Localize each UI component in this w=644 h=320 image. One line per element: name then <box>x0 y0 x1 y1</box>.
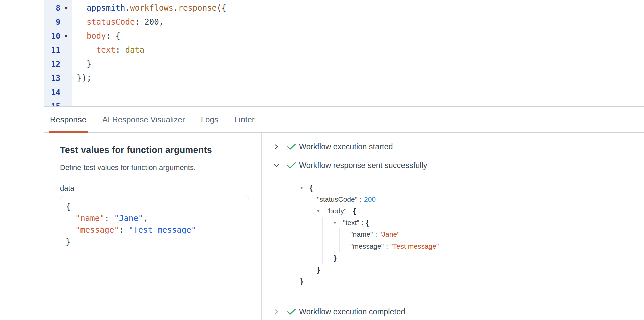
code-token <box>66 225 75 235</box>
panel-subtitle: Define test values for function argument… <box>60 163 261 172</box>
line-number: 8 <box>56 4 60 12</box>
tab-label: AI Response Visualizer <box>102 115 185 124</box>
code-token: , <box>143 214 148 223</box>
tree-level-3: "name" : "Jane" "message" : "Test messag… <box>339 228 644 252</box>
bottom-pane-tabbar: Response AI Response Visualizer Logs Lin… <box>44 107 644 133</box>
code-token: appsmith <box>87 3 125 13</box>
line-number: 12 <box>51 60 60 68</box>
chevron-down-icon[interactable] <box>274 163 282 168</box>
json-key: "text" <box>343 219 359 227</box>
main-shell: 8 ▾ 9 10 ▾ 11 12 <box>44 0 644 320</box>
caret-down-icon[interactable]: ▾ <box>317 208 323 214</box>
code-token: . <box>125 3 130 13</box>
tree-row-statuscode: "statusCode" : 200 <box>317 193 644 205</box>
tab-linter[interactable]: Linter <box>233 107 256 132</box>
code-editor[interactable]: 8 ▾ 9 10 ▾ 11 12 <box>44 0 644 107</box>
brace-close: } <box>317 265 320 274</box>
tree-row-root-close: } <box>300 275 644 287</box>
response-json-tree: ▾ { "statusCode" : 200 ▾ "body" : <box>300 182 644 287</box>
code-token: "message" <box>75 225 119 235</box>
caret-down-icon[interactable]: ▾ <box>300 185 306 191</box>
json-colon: : <box>386 242 388 250</box>
json-number-value: 200 <box>364 195 376 203</box>
tree-row-text-close: } <box>334 252 644 264</box>
tab-ai-response-visualizer[interactable]: AI Response Visualizer <box>101 107 186 132</box>
json-colon: : <box>362 219 364 227</box>
code-token: body <box>87 31 106 41</box>
field-code-line: "name": "Jane", <box>66 213 243 224</box>
line-number: 11 <box>51 46 60 54</box>
code-token: : <box>119 225 129 235</box>
json-key: "statusCode" <box>317 195 357 203</box>
event-row-execution-completed[interactable]: Workflow execution completed <box>274 305 644 318</box>
code-token: . <box>173 3 178 13</box>
check-icon <box>287 308 299 315</box>
code-token: workflows <box>130 3 173 13</box>
tree-row-text: ▾ "text" : { <box>334 217 644 228</box>
fold-slot: ▾ <box>60 33 72 39</box>
code-line[interactable]: statusCode: 200, <box>77 15 644 29</box>
tree-level-2: ▾ "text" : { "name" : "Jane" <box>322 217 644 264</box>
code-token: : <box>135 17 144 27</box>
gutter-row: 14 <box>44 85 72 99</box>
event-label: Workflow response sent successfully <box>299 161 427 170</box>
data-field-label: data <box>60 184 261 193</box>
workflow-editor-page: 8 ▾ 9 10 ▾ 11 12 <box>0 0 644 320</box>
event-row-response-sent[interactable]: Workflow response sent successfully <box>274 159 644 172</box>
code-token: text <box>96 45 116 55</box>
tab-response[interactable]: Response <box>49 107 88 132</box>
tree-row-message: "message" : "Test message" <box>350 240 644 252</box>
field-code-line: { <box>66 201 243 213</box>
gutter-row: 9 <box>44 15 72 29</box>
code-token: : <box>105 214 114 223</box>
gutter-row: 10 ▾ <box>44 29 72 43</box>
execution-log-panel: Workflow execution started Workflow resp… <box>262 133 644 320</box>
gutter-row: 15 <box>44 99 72 107</box>
editor-gutter: 8 ▾ 9 10 ▾ 11 12 <box>44 0 72 106</box>
fold-slot: ▾ <box>60 5 72 11</box>
data-field-input[interactable]: { "name": "Jane", "message": "Test messa… <box>60 196 249 320</box>
event-row-execution-started[interactable]: Workflow execution started <box>274 140 644 153</box>
code-line[interactable]: }); <box>77 71 644 85</box>
gutter-row: 12 <box>44 57 72 71</box>
tree-level-1: "statusCode" : 200 ▾ "body" : { ▾ <box>306 193 644 275</box>
code-token <box>77 45 96 55</box>
code-token: "Test message" <box>129 225 196 235</box>
code-token <box>77 3 87 13</box>
response-pane: Test values for function arguments Defin… <box>44 133 644 320</box>
code-token: }); <box>77 73 91 83</box>
fold-caret-icon[interactable]: ▾ <box>65 5 67 11</box>
code-token: } <box>66 237 70 247</box>
code-token <box>77 31 87 41</box>
code-token: , <box>159 17 164 27</box>
code-line[interactable]: appsmith.workflows.response({ <box>77 1 644 15</box>
json-key: "name" <box>350 230 373 238</box>
line-number: 13 <box>51 74 60 83</box>
json-string-value: "Jane" <box>379 230 399 238</box>
brace-close: } <box>300 277 303 286</box>
code-line[interactable]: body: { <box>77 29 644 43</box>
event-label: Workflow execution completed <box>299 307 405 316</box>
line-number: 9 <box>56 18 60 26</box>
panel-title: Test values for function arguments <box>60 145 261 155</box>
gutter-row: 13 <box>44 71 72 85</box>
code-line[interactable] <box>77 99 644 107</box>
caret-down-icon[interactable]: ▾ <box>334 220 340 226</box>
chevron-right-icon[interactable] <box>274 309 282 315</box>
code-area[interactable]: appsmith.workflows.response({ statusCode… <box>72 0 644 106</box>
json-key: "message" <box>350 242 384 250</box>
fold-caret-icon[interactable]: ▾ <box>65 33 67 39</box>
code-token: "Jane" <box>114 214 143 223</box>
gutter-row: 8 ▾ <box>44 1 72 15</box>
code-line[interactable] <box>77 85 644 99</box>
code-token: : { <box>106 31 120 41</box>
tree-row-body-close: } <box>317 264 644 275</box>
check-icon <box>287 162 299 169</box>
code-token <box>66 214 75 223</box>
code-line[interactable]: } <box>77 57 644 71</box>
chevron-right-icon[interactable] <box>274 144 282 150</box>
code-line[interactable]: text: data <box>77 43 644 57</box>
brace-open: { <box>310 183 313 192</box>
tab-logs[interactable]: Logs <box>200 107 220 132</box>
brace-close: } <box>334 254 337 262</box>
